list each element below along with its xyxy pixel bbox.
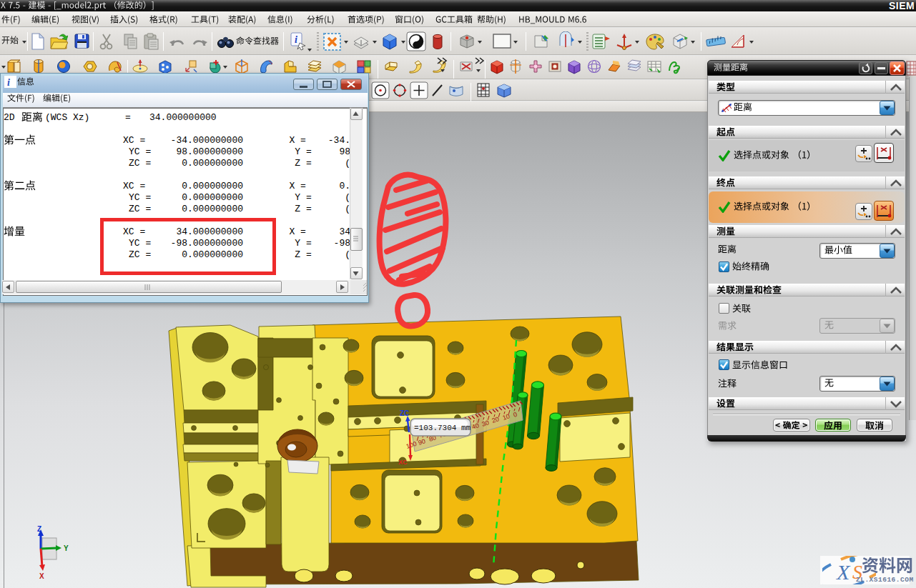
svg-text:X: X [39,572,44,580]
svg-text:ZC: ZC [400,409,409,417]
svg-text:Y: Y [64,544,69,552]
svg-text:i: i [7,77,10,88]
svg-text:XC: XC [398,459,408,466]
svg-text:X: X [836,560,851,584]
svg-text:=103.7304 mm: =103.7304 mm [414,424,471,432]
svg-text:Z: Z [37,525,41,533]
